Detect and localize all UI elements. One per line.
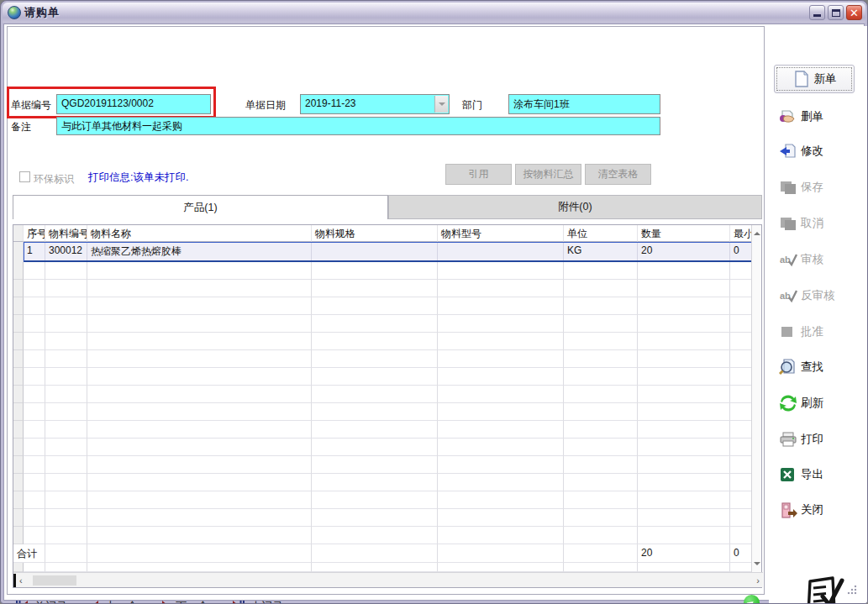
grid-cell [638,386,730,403]
scroll-left-icon[interactable]: ‹ [16,574,26,587]
grid-cell [730,439,752,456]
vertical-scrollbar[interactable] [751,225,761,572]
grid-cell [312,527,438,544]
close-button[interactable]: ✕ [846,5,862,20]
quote-button[interactable]: 引用 [445,164,512,185]
sidebar-button-print[interactable]: 打印 [779,429,863,449]
scroll-down-icon[interactable] [754,562,760,569]
sidebar-button-unaudit[interactable]: ab反审核 [779,286,863,306]
sidebar-button-label: 反审核 [801,288,835,303]
row-indicator [13,509,24,527]
title-bar: 请购单 ✕ [3,3,865,23]
eco-label-text: 环保标识 [34,172,74,186]
column-header[interactable]: 物料型号 [438,225,564,242]
grid-cell [638,563,730,572]
grid-cell [24,386,45,403]
recnav-first-button[interactable]: 首记录 [16,599,67,604]
column-header[interactable]: 数量 [638,225,730,242]
scroll-right-icon[interactable]: › [753,574,763,587]
delete-icon [779,108,797,126]
sidebar-button-save[interactable]: 保存 [779,177,863,197]
sidebar-button-delete[interactable]: 删单 [779,107,863,127]
total-min: 0 [730,544,752,563]
sidebar-button-approve[interactable]: 批准 [779,322,863,342]
sidebar-button-cancel[interactable]: 取消 [779,213,863,234]
column-header[interactable]: 物料编号 [45,225,87,242]
column-header[interactable]: 单位 [564,225,638,242]
grid-cell [24,491,45,509]
table-row[interactable]: 1300012热缩聚乙烯热熔胶棒KG200 [13,242,752,262]
grid-cell [638,491,730,509]
column-header[interactable]: 序号 [24,225,45,242]
chevron-down-icon[interactable] [434,96,448,113]
modify-icon [779,142,797,160]
clear-table-button[interactable]: 清空表格 [585,164,651,185]
checklist-document-icon [802,575,846,604]
recnav-last-button[interactable]: 末记录 [232,599,283,604]
column-header[interactable]: 物料规格 [312,225,438,242]
grid-cell [730,350,752,368]
resize-grip[interactable] [847,585,857,595]
sidebar-button-export[interactable]: 导出 [779,465,863,485]
grid-cell[interactable]: 热缩聚乙烯热熔胶棒 [87,242,312,262]
remark-input[interactable]: 与此订单其他材料一起采购 [56,117,660,135]
department-input[interactable]: 涂布车间1班 [508,94,660,114]
grid-cell[interactable]: 300012 [45,242,87,262]
recnav-next-button[interactable]: 下一个 [161,599,208,604]
column-header[interactable]: 物料名称 [87,225,312,242]
grid-cell[interactable]: 1 [24,242,45,262]
grid-cell[interactable] [312,242,438,262]
grid-cell [730,491,752,509]
maximize-icon [832,9,840,17]
doc-date-input[interactable]: 2019-11-23 [300,94,450,114]
grid-cell [87,403,312,421]
grid-cell [45,491,87,509]
export-icon [779,465,797,484]
window-content: 单据编号 QGD20191123/0002 单据日期 2019-11-23 部门… [3,24,865,601]
grid-cell [87,563,312,572]
grid-cell[interactable]: KG [564,242,638,262]
sidebar-button-find[interactable]: 查找 [779,357,863,377]
grid-cell [24,509,45,527]
grid-cell[interactable] [438,242,564,262]
row-indicator [13,491,24,509]
maximize-button[interactable] [828,5,844,20]
grid-cell[interactable]: 0 [730,242,752,262]
recnav-prev-button[interactable]: 上一个 [91,599,138,604]
grid-cell [638,527,730,544]
grid-cell [87,474,312,491]
eco-label-checkbox[interactable] [19,171,30,182]
scroll-up-icon[interactable] [754,228,760,235]
grid-cell [312,491,438,509]
sidebar-button-refresh[interactable]: 刷新 [779,393,863,413]
sidebar-button-close[interactable]: 关闭 [779,500,863,520]
sidebar-button-audit[interactable]: ab审核 [779,249,863,270]
grid-cell [638,509,730,527]
tab-products[interactable]: 产品(1) [13,195,388,219]
summarize-by-material-button[interactable]: 按物料汇总 [515,164,581,185]
horizontal-scrollbar[interactable]: ‹ › [13,572,763,587]
window-title: 请购单 [24,5,60,20]
grid-cell [564,386,638,403]
sidebar-button-new[interactable]: 新单 [774,65,855,93]
column-header[interactable]: 最小 [730,225,752,242]
grid-cell [564,262,638,280]
row-indicator [13,474,24,491]
grid-cell[interactable]: 20 [638,242,730,262]
scrollbar-thumb[interactable] [33,575,76,586]
grid-cell [87,439,312,456]
grid-cell [312,456,438,474]
sidebar-button-label: 批准 [801,324,823,339]
grid-cell [730,456,752,474]
sidebar-button-label: 取消 [801,216,823,231]
tab-attachments[interactable]: 附件(0) [388,195,762,219]
minimize-button[interactable] [809,5,825,20]
sidebar-button-modify[interactable]: 修改 [779,141,863,161]
grid-cell [87,262,312,280]
grid-cell [730,315,752,333]
empty-row [13,456,752,474]
doc-no-input[interactable]: QGD20191123/0002 [56,94,211,114]
row-indicator [13,333,24,350]
grid-cell [87,491,312,509]
row-indicator [13,315,24,333]
